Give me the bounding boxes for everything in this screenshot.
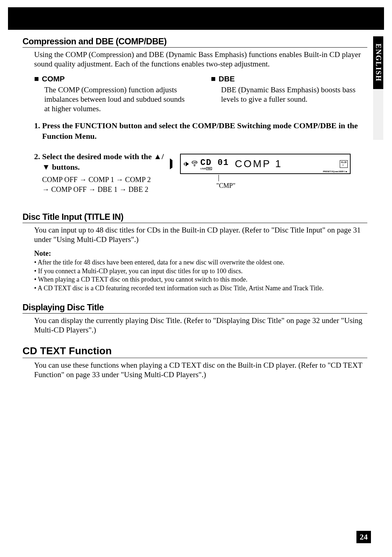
comp-mode-text: COMP 1 bbox=[235, 158, 282, 170]
dbe-column: ■DBE DBE (Dynamic Bass Emphasis) boosts … bbox=[199, 74, 367, 114]
sequence-line-2: → COMP OFF → DBE 1 → DBE 2 bbox=[42, 185, 148, 193]
comp-subheading: ■COMP bbox=[34, 74, 191, 84]
top-black-bar bbox=[8, 7, 384, 30]
dbe-title: DBE bbox=[219, 74, 234, 83]
step-2: 2. Select the desired mode with the ▲/▼ … bbox=[34, 152, 164, 172]
display-figure: 🕩 CMP ⊕ CD 01 LOUD TRK. COMP 1 ⟲△⟳ ▽ PR bbox=[170, 152, 367, 190]
updown-control-icon: ⟲△⟳ ▽ bbox=[340, 160, 348, 168]
preset-eq-label: PRESET EQ ▸ ■ USER 1 ■ bbox=[323, 170, 347, 173]
displaying-disc-body: You can display the currently playing Di… bbox=[34, 316, 367, 335]
comp-body: The COMP (Compression) function adjusts … bbox=[44, 85, 191, 114]
page-number: 24 bbox=[356, 531, 371, 543]
intro-text: Using the COMP (Compression) and DBE (Dy… bbox=[34, 50, 367, 69]
cd-track-text: CD 01 bbox=[200, 158, 229, 167]
heading-displaying-disc-title: Displaying Disc Title bbox=[23, 302, 367, 314]
note-list: After the title for 48 discs have been e… bbox=[34, 258, 367, 292]
dbe-subheading: ■DBE bbox=[211, 74, 367, 84]
heading-disc-title-input: Disc Title Input (TITLE IN) bbox=[23, 212, 367, 223]
dbe-body: DBE (Dynamic Bass Emphasis) boosts bass … bbox=[221, 85, 367, 104]
note-item: After the title for 48 discs have been e… bbox=[34, 258, 367, 267]
triangle-pointer-inner-icon bbox=[172, 160, 179, 168]
note-item: When playing a CD TEXT disc on this prod… bbox=[34, 275, 367, 284]
square-bullet-icon: ■ bbox=[34, 74, 39, 83]
lcd-display: 🕩 CMP ⊕ CD 01 LOUD TRK. COMP 1 ⟲△⟳ ▽ PR bbox=[180, 154, 351, 174]
cmp-callout-label: "CMP" bbox=[216, 182, 367, 190]
cmp-callout: "CMP" bbox=[216, 175, 367, 190]
note-item: A CD TEXT disc is a CD featuring recorde… bbox=[34, 284, 367, 292]
plus-icon: ⊕ bbox=[194, 164, 196, 167]
heading-compression-dbe: Compression and DBE (COMP/DBE) bbox=[23, 36, 367, 48]
square-bullet-icon: ■ bbox=[211, 74, 216, 83]
speaker-icon: 🕩 bbox=[183, 160, 189, 168]
note-label: Note: bbox=[34, 249, 367, 258]
cd-text-body: You can use these functions when playing… bbox=[34, 360, 367, 380]
callout-line-icon bbox=[219, 175, 219, 181]
mode-sequence: COMP OFF → COMP 1 → COMP 2 → COMP OFF → … bbox=[42, 175, 164, 194]
step-1: 1. Press the FUNCTION button and select … bbox=[34, 121, 367, 141]
step-2-row: 2. Select the desired mode with the ▲/▼ … bbox=[23, 152, 367, 194]
page-content: Compression and DBE (COMP/DBE) Using the… bbox=[23, 36, 367, 384]
note-item: If you connect a Multi-CD player, you ca… bbox=[34, 267, 367, 275]
sequence-line-1: COMP OFF → COMP 1 → COMP 2 bbox=[42, 175, 151, 183]
language-tab-fade bbox=[373, 89, 383, 140]
heading-cd-text-function: CD TEXT Function bbox=[23, 345, 367, 358]
loud-trk-label: LOUD TRK. bbox=[200, 167, 229, 170]
comp-column: ■COMP The COMP (Compression) function ad… bbox=[23, 74, 191, 114]
comp-title: COMP bbox=[42, 74, 65, 83]
comp-dbe-columns: ■COMP The COMP (Compression) function ad… bbox=[23, 74, 367, 114]
disc-title-body: You can input up to 48 disc titles for C… bbox=[34, 225, 367, 245]
language-tab: ENGLISH bbox=[373, 36, 383, 89]
